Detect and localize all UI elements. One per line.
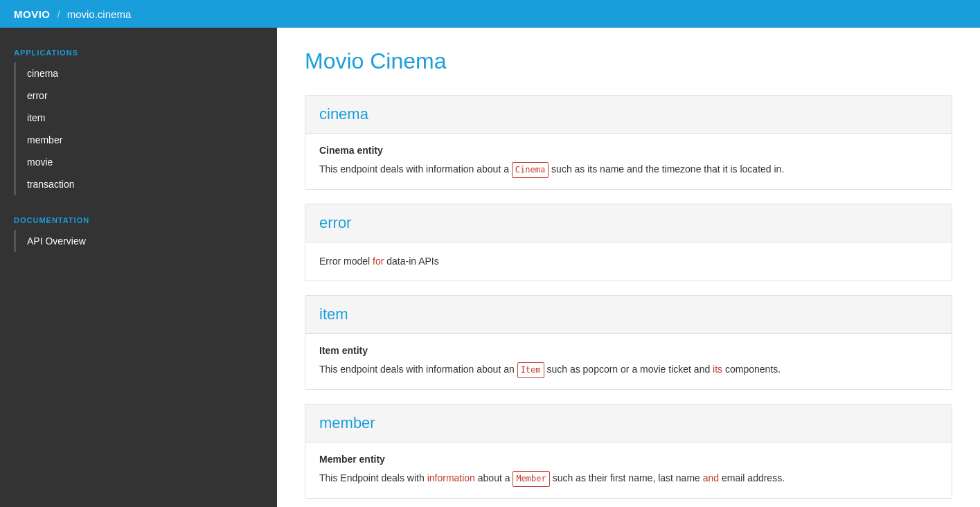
api-entity-label-member: Member entity [319, 454, 938, 465]
desc-normal-text: email address. [719, 472, 785, 483]
desc-normal-text: This Endpoint deals with [319, 472, 427, 483]
page-title: Movio Cinema [305, 48, 952, 74]
content-area: Movio Cinema cinemaCinema entityThis end… [277, 28, 980, 507]
desc-normal-text: Error model [319, 256, 373, 267]
api-section-header-cinema[interactable]: cinema [305, 96, 952, 134]
api-section-body-item: Item entityThis endpoint deals with info… [305, 334, 952, 389]
api-section-title-error: error [319, 214, 351, 231]
api-section-body-error: Error model for data-in APIs [305, 242, 952, 280]
desc-badge: Item [517, 362, 544, 378]
desc-highlight-text: its [713, 364, 722, 375]
sidebar-section-applications: APPLICATIONS cinemaerroritemmembermoviet… [0, 42, 277, 195]
api-section-title-item: item [319, 305, 348, 323]
desc-normal-text: data-in APIs [384, 256, 438, 267]
api-sections: cinemaCinema entityThis endpoint deals w… [305, 95, 952, 507]
desc-highlight-text: information [427, 472, 475, 483]
api-section-member: memberMember entityThis Endpoint deals w… [305, 404, 952, 499]
topbar: MOVIO / movio.cinema [0, 0, 980, 28]
sidebar-doc-items: API Overview [14, 230, 277, 252]
desc-normal-text: such as their first name, last name [550, 472, 703, 483]
sidebar-item-movie[interactable]: movie [16, 151, 277, 173]
api-section-item: itemItem entityThis endpoint deals with … [305, 295, 952, 390]
desc-normal-text: This endpoint deals with information abo… [319, 163, 512, 175]
desc-highlight-text: for [373, 256, 384, 267]
breadcrumb-separator: / [57, 8, 60, 20]
api-section-header-item[interactable]: item [305, 296, 952, 334]
api-entity-desc-member: This Endpoint deals with information abo… [319, 470, 938, 487]
api-entity-label-cinema: Cinema entity [319, 145, 938, 156]
api-section-error: errorError model for data-in APIs [305, 204, 952, 281]
sidebar: APPLICATIONS cinemaerroritemmembermoviet… [0, 28, 277, 507]
api-entity-desc-item: This endpoint deals with information abo… [319, 362, 938, 378]
sidebar-item-transaction[interactable]: transaction [16, 173, 277, 195]
sidebar-section-documentation: DOCUMENTATION API Overview [0, 209, 277, 252]
api-entity-desc-error: Error model for data-in APIs [319, 254, 938, 269]
breadcrumb-link[interactable]: movio.cinema [67, 8, 132, 20]
api-section-header-error[interactable]: error [305, 204, 952, 242]
desc-normal-text: such as its name and the timezone that i… [549, 163, 784, 175]
desc-normal-text: such as popcorn or a movie ticket and [544, 364, 713, 375]
sidebar-section-title-documentation: DOCUMENTATION [0, 209, 277, 230]
api-section-cinema: cinemaCinema entityThis endpoint deals w… [305, 95, 952, 190]
api-section-title-cinema: cinema [319, 105, 368, 123]
sidebar-item-error[interactable]: error [16, 84, 277, 107]
sidebar-app-items: cinemaerroritemmembermovietransaction [14, 62, 277, 195]
api-section-header-member[interactable]: member [305, 404, 952, 443]
sidebar-section-title-applications: APPLICATIONS [0, 42, 277, 62]
api-section-title-member: member [319, 414, 375, 432]
desc-normal-text: about a [475, 472, 513, 483]
brand-logo: MOVIO [14, 8, 51, 20]
sidebar-item-member[interactable]: member [16, 129, 277, 151]
desc-badge: Cinema [512, 162, 549, 178]
sidebar-item-api-overview[interactable]: API Overview [16, 230, 277, 252]
api-entity-desc-cinema: This endpoint deals with information abo… [319, 161, 938, 178]
desc-highlight-text: and [703, 472, 719, 483]
desc-normal-text: components. [722, 364, 781, 375]
api-section-body-member: Member entityThis Endpoint deals with in… [305, 443, 952, 498]
desc-normal-text: This endpoint deals with information abo… [319, 364, 517, 375]
sidebar-item-item[interactable]: item [16, 107, 277, 129]
sidebar-item-cinema[interactable]: cinema [16, 62, 277, 84]
api-section-body-cinema: Cinema entityThis endpoint deals with in… [305, 134, 952, 189]
main-layout: APPLICATIONS cinemaerroritemmembermoviet… [0, 28, 980, 507]
desc-badge: Member [513, 471, 549, 487]
api-entity-label-item: Item entity [319, 345, 938, 356]
